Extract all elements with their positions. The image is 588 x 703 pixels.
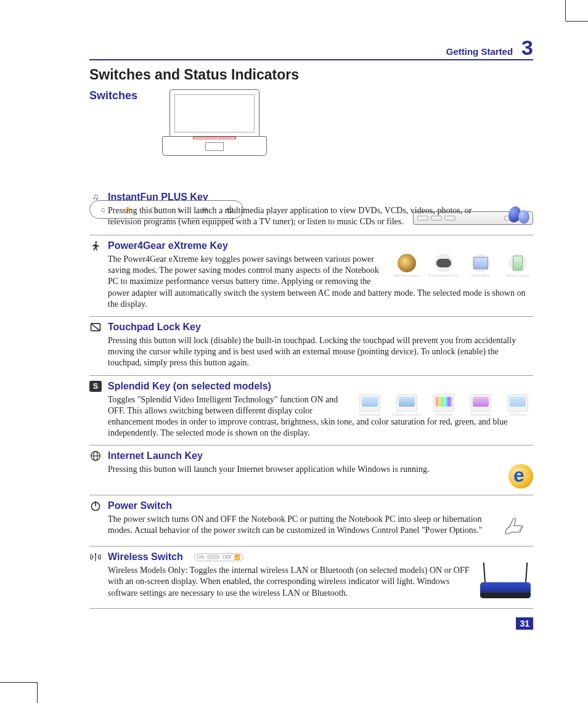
section-body-text: The power switch turns ON and OFF the No… [108, 514, 482, 535]
switches-subheading: Switches [89, 89, 137, 102]
section-splendid: S Splendid Key (on selected models) Norm… [89, 376, 533, 446]
section-internet: Internet Launch Key Pressing this button… [89, 445, 533, 495]
running-person-icon [89, 240, 102, 251]
section-title: Power Switch [108, 500, 172, 511]
crop-mark-top [565, 0, 566, 21]
running-head-text: Getting Started [446, 46, 513, 57]
battery-saving-icon [508, 254, 527, 272]
internet-explorer-icon [508, 464, 533, 489]
page-content: Getting Started 3 Switches and Status In… [89, 37, 533, 609]
svg-point-8 [95, 553, 97, 555]
section-body-text: Pressing this button will launch a multi… [108, 206, 472, 226]
wireless-switch-diagram: ON OFF 📶 [194, 553, 243, 561]
section-power4gear: Power4Gear eXtreme Key High Performance … [89, 235, 533, 317]
crop-mark-bottom [37, 682, 38, 703]
hardware-diagrams [162, 89, 533, 157]
page-number: 31 [516, 617, 533, 630]
section-title: Internet Launch Key [108, 450, 203, 461]
page-title: Switches and Status Indicators [89, 67, 533, 83]
section-touchpad-lock: Touchpad Lock Key Pressing this button w… [89, 317, 533, 376]
section-body-text: Pressing this button will launch your In… [108, 465, 429, 474]
section-title: Power4Gear eXtreme Key [108, 240, 228, 251]
hand-press-illustration [501, 514, 533, 540]
high-performance-icon [398, 254, 416, 272]
section-title: Wireless Switch [108, 551, 183, 563]
section-body-text: Pressing this button will lock (disable)… [108, 336, 516, 367]
chapter-number: 3 [521, 37, 533, 58]
soft-mode-icon [507, 394, 528, 412]
wireless-router-illustration [478, 565, 533, 602]
splendid-s-icon: S [89, 381, 102, 392]
normal-mode-icon [359, 394, 380, 412]
splendid-mode-icons: Normal Mode Gamma Correction Vivid Mode … [354, 394, 533, 417]
vivid-mode-icon [433, 394, 454, 412]
section-title: Touchpad Lock Key [108, 322, 201, 333]
quiet-office-icon [472, 254, 490, 272]
touchpad-lock-icon [89, 322, 102, 333]
running-header: Getting Started 3 [89, 37, 533, 60]
theater-mode-icon [470, 394, 491, 412]
section-wireless: Wireless Switch ON OFF 📶 Wireless Models… [89, 547, 533, 609]
antenna-small-icon: 📶 [234, 555, 240, 560]
entertainment-mode-icon [435, 254, 453, 272]
media-notes-illustration [507, 205, 533, 229]
power-icon [89, 500, 102, 511]
power-mode-icons: High Performance Entertainment Mode Quie… [391, 254, 533, 277]
section-instantfun: ♫ InstantFun PLUS Key Pressing this butt… [89, 187, 533, 235]
svg-line-1 [91, 323, 100, 331]
gamma-correction-icon [396, 394, 417, 412]
globe-icon [89, 450, 102, 461]
section-power-switch: Power Switch The power switch turns ON a… [89, 495, 533, 547]
section-body-text: Wireless Models Only: Toggles the intern… [108, 566, 470, 597]
section-title: Splendid Key (on selected models) [108, 381, 271, 392]
antenna-icon [89, 551, 102, 563]
laptop-diagram [162, 89, 267, 157]
